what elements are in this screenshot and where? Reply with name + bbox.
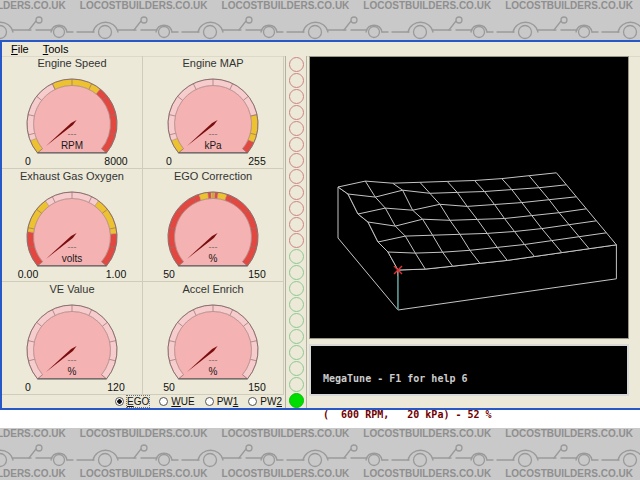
car-silhouette-icon xyxy=(390,440,495,468)
car-silhouette-icon xyxy=(180,440,285,468)
gauge-units: kPa xyxy=(204,140,222,151)
watermark-text: LOCOSTBUILDERS.CO.UK xyxy=(363,0,491,12)
led-indicator xyxy=(289,233,304,248)
gauge-units: % xyxy=(209,366,218,377)
watermark-text: LOCOSTBUILDERS.CO.UK xyxy=(0,468,66,480)
gauge-min-label: 50 xyxy=(163,381,175,393)
right-pane: MegaTune - F1 for help 6 ( 600 RPM, 20 k… xyxy=(306,56,640,408)
led-indicator xyxy=(289,281,304,296)
car-silhouette-icon xyxy=(600,440,640,468)
gauge-units: % xyxy=(209,253,218,264)
watermark-text-row: LOCOSTBUILDERS.CO.UKLOCOSTBUILDERS.CO.UK… xyxy=(0,468,640,480)
led-indicator xyxy=(289,217,304,232)
radio-ego[interactable]: EGO xyxy=(115,396,149,407)
led-indicator xyxy=(289,201,304,216)
led-indicator xyxy=(289,153,304,168)
radio-pw1[interactable]: PW1 xyxy=(205,396,239,407)
car-silhouette-icon xyxy=(180,12,285,40)
menu-file[interactable]: File xyxy=(5,43,35,55)
car-silhouette-icon xyxy=(0,12,75,40)
car-silhouette-icon xyxy=(75,440,180,468)
watermark-text-row: LOCOSTBUILDERS.CO.UKLOCOSTBUILDERS.CO.UK… xyxy=(0,428,640,440)
radio-button-icon[interactable] xyxy=(205,397,214,406)
gauge-value: --- xyxy=(68,242,77,252)
led-indicator xyxy=(289,137,304,152)
gauge-value: --- xyxy=(68,355,77,365)
car-silhouette-icon xyxy=(75,12,180,40)
led-indicator xyxy=(289,393,304,408)
led-indicator xyxy=(289,121,304,136)
gauge-units: volts xyxy=(62,253,83,264)
gauge-units: RPM xyxy=(61,140,83,151)
gauge-ego-correction: EGO Correction---%50150 xyxy=(143,169,284,282)
gauge-max-label: 120 xyxy=(107,381,125,393)
radio-button-icon[interactable] xyxy=(115,397,124,406)
radio-pw2[interactable]: PW2 xyxy=(248,396,282,407)
gauge-accel-enrich: Accel Enrich---%50150 xyxy=(143,282,284,395)
gauge-dial: ---kPa0255 xyxy=(143,69,283,168)
watermark-text: LOCOSTBUILDERS.CO.UK xyxy=(80,0,208,12)
gauge-max-label: 150 xyxy=(248,381,266,393)
car-silhouette-icon xyxy=(285,440,390,468)
gauge-value: --- xyxy=(68,129,77,139)
car-silhouette-icon xyxy=(495,12,600,40)
menu-tools[interactable]: Tools xyxy=(37,43,75,55)
megatune-window: FileTools Engine Speed---RPM08000Engine … xyxy=(0,40,640,410)
gauge-exhaust-gas-oxygen: Exhaust Gas Oxygen---volts0.001.00 xyxy=(2,169,143,282)
watermark-text: LOCOSTBUILDERS.CO.UK xyxy=(0,0,66,12)
watermark-banner-bottom: LOCOSTBUILDERS.CO.UKLOCOSTBUILDERS.CO.UK… xyxy=(0,428,640,480)
gauge-title: EGO Correction xyxy=(143,169,283,182)
led-indicator xyxy=(289,377,304,392)
gauge-title: Exhaust Gas Oxygen xyxy=(2,169,142,182)
led-indicator xyxy=(289,297,304,312)
gauge-max-label: 8000 xyxy=(104,155,128,167)
car-silhouette-icon xyxy=(600,12,640,40)
led-indicator xyxy=(289,185,304,200)
radio-label: PW2 xyxy=(260,396,282,407)
gauge-title: VE Value xyxy=(2,282,142,295)
gauge-select-radios: EGOWUEPW1PW2 xyxy=(115,395,282,408)
gauge-max-label: 1.00 xyxy=(106,268,127,280)
gauge-title: Accel Enrich xyxy=(143,282,283,295)
gauge-max-label: 150 xyxy=(248,268,266,280)
status-readout: ( 600 RPM, 20 kPa) - 52 % xyxy=(323,409,627,421)
gauge-ve-value: VE Value---%0120 xyxy=(2,282,143,395)
watermark-text: LOCOSTBUILDERS.CO.UK xyxy=(80,428,208,440)
gauge-grid: Engine Speed---RPM08000Engine MAP---kPa0… xyxy=(2,56,284,395)
led-indicator xyxy=(289,249,304,264)
gauge-pane: Engine Speed---RPM08000Engine MAP---kPa0… xyxy=(2,56,284,408)
radio-label: PW1 xyxy=(217,396,239,407)
watermark-text: LOCOSTBUILDERS.CO.UK xyxy=(505,428,633,440)
watermark-text: LOCOSTBUILDERS.CO.UK xyxy=(505,0,633,12)
radio-wue[interactable]: WUE xyxy=(159,396,194,407)
ve-table-3d-plot[interactable] xyxy=(309,56,629,339)
gauge-max-label: 255 xyxy=(248,155,266,167)
gauge-dial: ---%50150 xyxy=(143,295,283,394)
gauge-min-label: 50 xyxy=(163,268,175,280)
gauge-min-label: 0 xyxy=(166,155,172,167)
radio-button-icon[interactable] xyxy=(159,397,168,406)
led-indicator xyxy=(289,265,304,280)
led-indicator xyxy=(289,57,304,72)
gauge-min-label: 0 xyxy=(25,381,31,393)
gauge-units: % xyxy=(68,366,77,377)
led-indicator-strip xyxy=(285,56,307,408)
led-indicator xyxy=(289,169,304,184)
gauge-value: --- xyxy=(209,242,218,252)
watermark-text: LOCOSTBUILDERS.CO.UK xyxy=(505,468,633,480)
car-silhouette-icon xyxy=(390,12,495,40)
gauge-value: --- xyxy=(209,355,218,365)
radio-button-icon[interactable] xyxy=(248,397,257,406)
led-indicator xyxy=(289,329,304,344)
car-silhouette-icon xyxy=(495,440,600,468)
car-silhouette-icon xyxy=(285,12,390,40)
led-indicator xyxy=(289,313,304,328)
watermark-text: LOCOSTBUILDERS.CO.UK xyxy=(363,428,491,440)
gauge-dial: ---volts0.001.00 xyxy=(2,182,142,281)
gauge-min-label: 0 xyxy=(25,155,31,167)
gauge-dial: ---%0120 xyxy=(2,295,142,394)
watermark-cars-row xyxy=(0,440,640,468)
watermark-text: LOCOSTBUILDERS.CO.UK xyxy=(0,428,66,440)
status-box: MegaTune - F1 for help 6 ( 600 RPM, 20 k… xyxy=(309,344,629,396)
screen: { "banner": { "text": "LOCOSTBUILDERS.CO… xyxy=(0,0,640,480)
